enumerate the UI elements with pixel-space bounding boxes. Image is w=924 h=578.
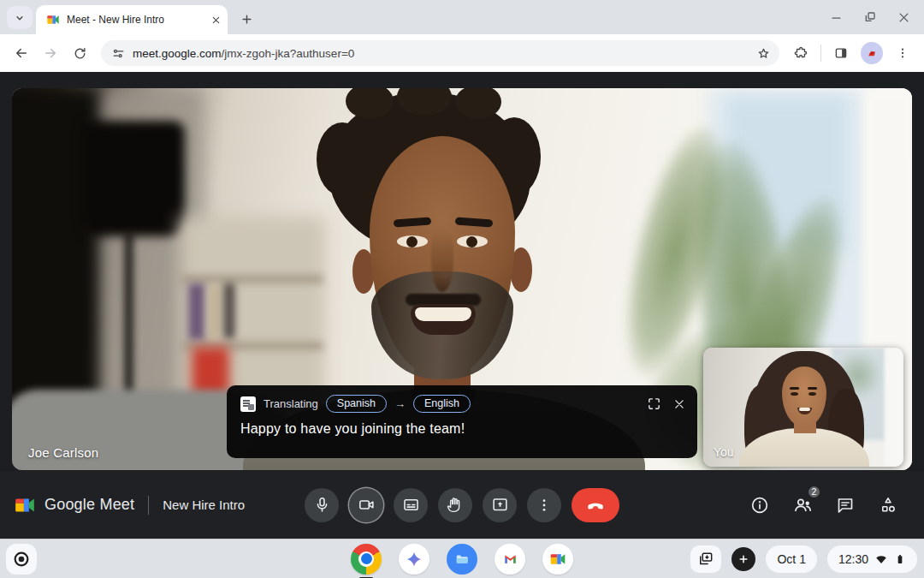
- present-icon: [491, 496, 509, 514]
- caption-close-button[interactable]: [673, 398, 685, 410]
- tab-search-button[interactable]: [7, 6, 33, 29]
- date-label: Oct 1: [777, 552, 805, 566]
- people-button[interactable]: 2: [791, 494, 814, 516]
- raise-hand-button[interactable]: [438, 488, 472, 522]
- book: [188, 283, 205, 340]
- url-path: /jmx-zgoh-jka?authuser=0: [222, 47, 355, 60]
- present-button[interactable]: [483, 488, 517, 522]
- minimize-button[interactable]: [830, 11, 843, 24]
- tab-title: Meet - New Hire Intro: [67, 14, 204, 26]
- speaker-nose: [431, 230, 453, 292]
- meeting-details-button[interactable]: [749, 494, 771, 516]
- new-tab-button[interactable]: [234, 7, 258, 31]
- wifi-icon: [874, 552, 888, 566]
- lamp: [82, 121, 185, 236]
- close-window-button[interactable]: [897, 11, 910, 24]
- meeting-name: New Hire Intro: [163, 498, 245, 512]
- main-video-tile: Joe Carlson Translating Spanish → Englis…: [12, 88, 912, 470]
- gmail-icon: [501, 550, 519, 568]
- shelf-app-meet[interactable]: [542, 544, 573, 575]
- caption-expand-button[interactable]: [647, 396, 661, 411]
- more-options-button[interactable]: [527, 488, 561, 522]
- speaker-name-label: Joe Carlson: [28, 445, 98, 460]
- microphone-button[interactable]: [305, 488, 339, 522]
- brand-separator: [148, 496, 149, 515]
- files-icon: [453, 551, 471, 568]
- self-view-wall: [885, 348, 903, 467]
- battery-icon: [894, 552, 906, 566]
- end-call-button[interactable]: [572, 488, 619, 522]
- close-icon: [673, 398, 685, 410]
- clock-label: 12:30: [838, 552, 868, 566]
- brand-name: Google Meet: [44, 496, 134, 514]
- translate-icon: [240, 396, 256, 412]
- calendar-date-pill[interactable]: Oct 1: [766, 545, 816, 573]
- side-panel-icon: [833, 45, 849, 61]
- forward-icon: [43, 45, 58, 61]
- source-language-chip[interactable]: Spanish: [326, 395, 387, 413]
- book: [208, 285, 222, 338]
- close-icon: [211, 15, 221, 25]
- target-language-chip[interactable]: English: [413, 395, 471, 413]
- meet-icon: [549, 551, 566, 568]
- gemini-icon: [405, 550, 424, 569]
- close-icon: [897, 11, 910, 24]
- meet-control-bar: Google Meet New Hire Intro: [0, 471, 924, 539]
- tab-close-button[interactable]: [211, 15, 221, 25]
- self-view-label: You: [714, 445, 734, 459]
- forward-button[interactable]: [38, 40, 63, 66]
- screen-capture-icon: [697, 551, 714, 568]
- shelf-app-gmail[interactable]: [495, 544, 525, 575]
- language-arrow: →: [394, 397, 406, 410]
- shelf-app-chrome[interactable]: [351, 544, 382, 575]
- call-end-icon: [585, 495, 606, 515]
- meet-favicon: [46, 13, 60, 27]
- shelf-app-gemini[interactable]: [399, 544, 429, 575]
- window-controls: [830, 5, 910, 29]
- book: [224, 283, 234, 338]
- plus-icon: [737, 553, 749, 565]
- launcher-button[interactable]: [6, 544, 37, 575]
- back-icon: [14, 45, 29, 61]
- reload-icon: [73, 46, 87, 61]
- activities-button[interactable]: [877, 494, 899, 516]
- browser-tab[interactable]: Meet - New Hire Intro: [36, 5, 228, 34]
- back-button[interactable]: [9, 40, 34, 66]
- more-vert-icon: [536, 497, 553, 514]
- google-meet-logo-icon: [14, 494, 36, 516]
- shelf-app-files[interactable]: [447, 544, 477, 575]
- side-panel-controls: 2: [749, 494, 899, 516]
- chevron-down-icon: [14, 12, 26, 24]
- launcher-icon: [12, 550, 31, 569]
- screen-capture-button[interactable]: [690, 545, 721, 573]
- bird-avatar-icon: [865, 46, 879, 60]
- extensions-button[interactable]: [788, 40, 814, 66]
- camera-icon: [358, 496, 376, 514]
- restore-button[interactable]: [863, 10, 877, 24]
- activities-icon: [878, 495, 898, 515]
- browser-toolbar: meet.google.com/jmx-zgoh-jka?authuser=0: [0, 34, 924, 72]
- bookmark-button[interactable]: [752, 42, 774, 64]
- camera-button[interactable]: [349, 488, 383, 522]
- captions-button[interactable]: [394, 488, 428, 522]
- side-panel-button[interactable]: [828, 40, 854, 66]
- info-icon: [749, 495, 770, 515]
- profile-avatar[interactable]: [861, 42, 883, 64]
- address-bar[interactable]: meet.google.com/jmx-zgoh-jka?authuser=0: [101, 40, 779, 66]
- call-controls: [305, 488, 619, 522]
- reload-button[interactable]: [67, 40, 92, 66]
- toolbar-separator: [820, 45, 821, 62]
- shelf-app-row: [351, 544, 573, 575]
- notification-counter-button[interactable]: [732, 547, 755, 571]
- restore-icon: [863, 10, 877, 24]
- browser-tab-strip: Meet - New Hire Intro: [0, 0, 924, 34]
- puzzle-icon: [793, 45, 808, 61]
- meet-page: Joe Carlson Translating Spanish → Englis…: [0, 72, 924, 539]
- browser-menu-button[interactable]: [890, 40, 915, 66]
- site-info-icon[interactable]: [111, 46, 126, 61]
- system-tray[interactable]: 12:30: [827, 545, 917, 573]
- chat-button[interactable]: [834, 494, 856, 516]
- chat-icon: [835, 495, 856, 515]
- chrome-icon: [351, 544, 382, 575]
- self-view-tile[interactable]: You: [703, 348, 903, 467]
